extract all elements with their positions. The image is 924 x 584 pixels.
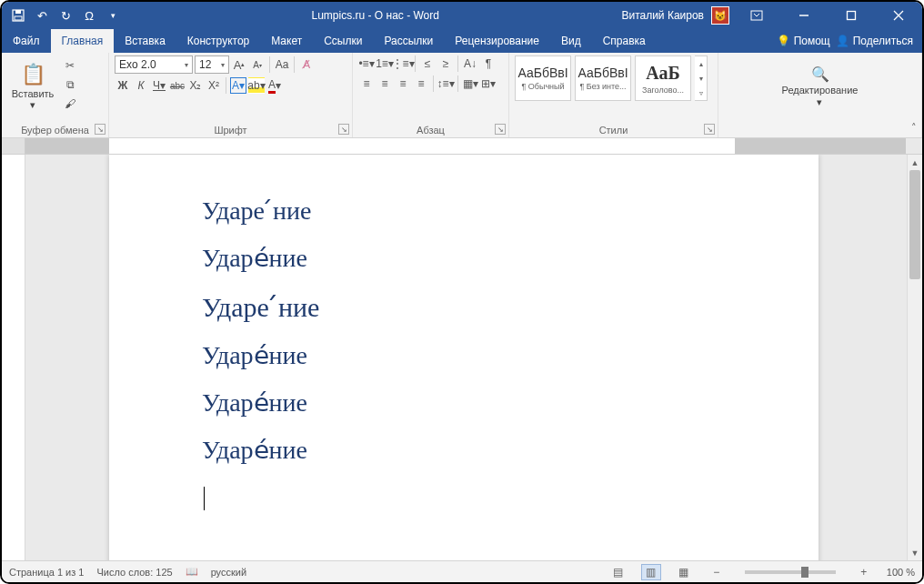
web-layout-button[interactable]: ▦ <box>674 564 694 580</box>
text-line[interactable]: Ударе́ние <box>202 427 819 474</box>
shading-button[interactable]: ▦▾ <box>462 76 478 92</box>
tab-view[interactable]: Вид <box>550 29 592 53</box>
horizontal-ruler[interactable] <box>25 138 906 154</box>
symbol-icon[interactable]: Ω <box>82 8 96 23</box>
tab-help[interactable]: Справка <box>592 29 657 53</box>
ribbon-options-icon[interactable] <box>737 2 777 29</box>
status-page[interactable]: Страница 1 из 1 <box>9 567 84 578</box>
paragraph-dialog-launcher[interactable]: ↘ <box>495 124 506 135</box>
vertical-ruler[interactable] <box>2 155 25 560</box>
align-right-button[interactable]: ≡ <box>395 76 411 92</box>
style-no-spacing[interactable]: АаБбВвІ ¶ Без инте... <box>575 55 631 101</box>
line-spacing-button[interactable]: ↕≡▾ <box>437 76 454 92</box>
superscript-button[interactable]: X² <box>206 77 222 94</box>
increase-indent-button[interactable]: ≥ <box>437 55 454 72</box>
show-marks-button[interactable]: ¶ <box>480 55 497 72</box>
share-button[interactable]: 👤Поделиться <box>836 35 913 47</box>
underline-button[interactable]: Ч▾ <box>151 77 167 94</box>
svg-rect-2 <box>15 16 22 20</box>
text-line[interactable]: Ударе́ние <box>202 235 819 282</box>
zoom-slider-knob[interactable] <box>801 567 808 578</box>
spellcheck-icon[interactable]: 📖 <box>186 566 198 578</box>
font-dialog-launcher[interactable]: ↘ <box>338 124 349 135</box>
borders-button[interactable]: ⊞▾ <box>480 76 497 92</box>
style-normal[interactable]: АаБбВвІ ¶ Обычный <box>515 55 571 101</box>
zoom-slider[interactable] <box>745 570 836 574</box>
format-painter-button[interactable]: 🖌 <box>62 96 78 112</box>
collapse-ribbon-icon[interactable]: ˄ <box>911 122 917 134</box>
clear-formatting-button[interactable]: A̸ <box>298 56 315 73</box>
scroll-down-icon[interactable]: ▼ <box>908 545 922 560</box>
highlight-button[interactable]: ab▾ <box>248 77 265 94</box>
tab-review[interactable]: Рецензирование <box>444 29 550 53</box>
text-cursor-line[interactable] <box>202 473 819 520</box>
svg-rect-1 <box>15 10 21 14</box>
clipboard-dialog-launcher[interactable]: ↘ <box>95 124 105 135</box>
tab-file[interactable]: Файл <box>2 29 51 53</box>
editing-button[interactable]: 🔍 Редактирование▾ <box>770 55 870 117</box>
text-line[interactable]: Ударе́ние <box>202 332 819 379</box>
text-effects-button[interactable]: A▾ <box>230 77 246 94</box>
close-button[interactable] <box>879 2 919 29</box>
align-left-button[interactable]: ≡ <box>358 76 375 92</box>
tab-references[interactable]: Ссылки <box>313 29 373 53</box>
text-line[interactable]: Ударе ́ние <box>202 282 819 333</box>
print-layout-button[interactable]: ▥ <box>641 564 661 580</box>
italic-button[interactable]: К <box>133 77 149 94</box>
redo-icon[interactable]: ↻ <box>58 8 73 23</box>
multilevel-button[interactable]: ⋮≡▾ <box>395 55 411 72</box>
style-heading1[interactable]: АаБ Заголово... <box>635 55 691 101</box>
shrink-font-button[interactable]: A▾ <box>249 56 266 73</box>
paste-button[interactable]: 📋 Вставить▾ <box>7 55 58 117</box>
strikethrough-button[interactable]: abc <box>169 77 186 94</box>
tell-me-button[interactable]: 💡Помощ <box>777 35 830 47</box>
styles-dialog-launcher[interactable]: ↘ <box>704 124 715 135</box>
group-font: Exo 2.0▾ 12▾ A▴ A▾ Aa A̸ Ж К Ч▾ abc X₂ X… <box>109 53 353 137</box>
zoom-in-button[interactable]: + <box>854 564 874 580</box>
bold-button[interactable]: Ж <box>115 77 131 94</box>
text-line[interactable]: Ударе́ние <box>202 379 819 427</box>
change-case-button[interactable]: Aa <box>274 56 290 73</box>
tab-home[interactable]: Главная <box>51 29 115 53</box>
status-word-count[interactable]: Число слов: 125 <box>96 567 172 578</box>
minimize-button[interactable] <box>784 2 824 29</box>
document-page[interactable]: Ударе ́ние Ударе́ние Ударе ́ние Ударе́ни… <box>109 155 819 560</box>
copy-button[interactable]: ⧉ <box>62 76 78 93</box>
styles-gallery-more[interactable]: ▴▾▿ <box>695 55 708 101</box>
horizontal-ruler-area <box>2 138 922 155</box>
text-cursor <box>204 487 205 510</box>
font-color-button[interactable]: A▾ <box>266 77 283 94</box>
status-language[interactable]: русский <box>211 567 246 578</box>
zoom-level[interactable]: 100 % <box>887 567 915 578</box>
maximize-button[interactable] <box>831 2 871 29</box>
tab-insert[interactable]: Вставка <box>114 29 176 53</box>
scroll-up-icon[interactable]: ▲ <box>908 155 922 170</box>
numbering-button[interactable]: 1≡▾ <box>377 55 393 72</box>
scroll-thumb[interactable] <box>909 170 920 279</box>
undo-icon[interactable]: ↶ <box>35 8 49 23</box>
vertical-scrollbar[interactable]: ▲ ▼ <box>907 155 922 560</box>
read-mode-button[interactable]: ▤ <box>608 564 628 580</box>
align-center-button[interactable]: ≡ <box>377 76 393 92</box>
justify-button[interactable]: ≡ <box>413 76 429 92</box>
text-line[interactable]: Ударе ́ние <box>202 187 819 235</box>
decrease-indent-button[interactable]: ≤ <box>419 55 436 72</box>
bullets-button[interactable]: •≡▾ <box>358 55 375 72</box>
qat-more-icon[interactable]: ▾ <box>105 8 120 23</box>
cut-button[interactable]: ✂ <box>62 57 78 74</box>
subscript-button[interactable]: X₂ <box>187 77 204 94</box>
font-name-combo[interactable]: Exo 2.0▾ <box>115 55 193 74</box>
svg-rect-3 <box>751 11 762 20</box>
save-icon[interactable] <box>11 8 25 23</box>
scroll-track[interactable] <box>908 170 922 545</box>
sort-button[interactable]: A↓ <box>462 55 478 72</box>
tab-layout[interactable]: Макет <box>260 29 313 53</box>
zoom-out-button[interactable]: − <box>707 564 727 580</box>
grow-font-button[interactable]: A▴ <box>231 56 247 73</box>
group-clipboard: 📋 Вставить▾ ✂ ⧉ 🖌 Буфер обмена ↘ <box>2 53 109 137</box>
avatar[interactable]: 😺 <box>711 6 729 25</box>
font-size-combo[interactable]: 12▾ <box>195 55 229 74</box>
tab-design[interactable]: Конструктор <box>176 29 260 53</box>
clipboard-icon: 📋 <box>21 63 45 86</box>
tab-mailings[interactable]: Рассылки <box>373 29 444 53</box>
